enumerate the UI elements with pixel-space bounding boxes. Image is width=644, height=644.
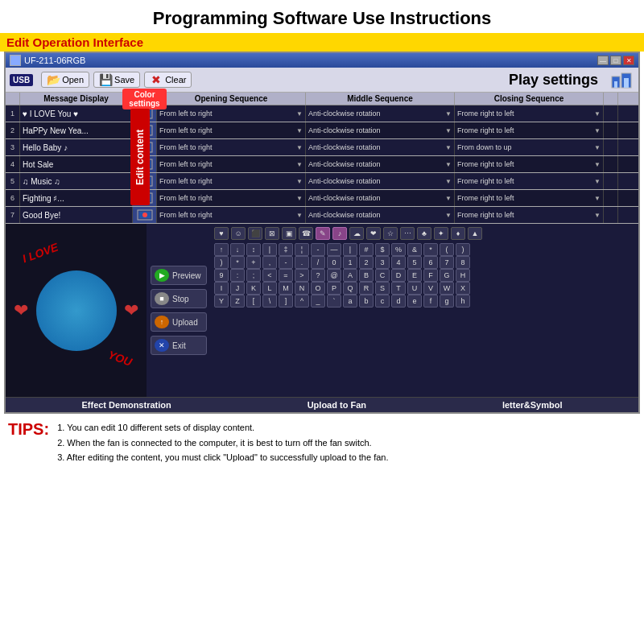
- keyboard-key[interactable]: _: [311, 295, 325, 308]
- open-button[interactable]: 📂 Open: [41, 72, 89, 88]
- row-middle[interactable]: Anti-clockwise rotation ▼: [306, 122, 455, 138]
- keyboard-key[interactable]: 7: [440, 256, 454, 269]
- close-button[interactable]: ✕: [623, 56, 634, 65]
- keyboard-key[interactable]: S: [375, 282, 390, 295]
- kb-symbol-btn[interactable]: ☺: [231, 227, 246, 240]
- keyboard-key[interactable]: 1: [343, 256, 357, 269]
- keyboard-key[interactable]: M: [279, 282, 293, 295]
- keyboard-key[interactable]: 5: [407, 256, 422, 269]
- maximize-button[interactable]: □: [610, 56, 621, 65]
- row-closing[interactable]: Frome right to left ▼: [455, 190, 604, 206]
- keyboard-key[interactable]: P: [327, 282, 341, 295]
- kb-symbol-btn[interactable]: ♥: [214, 227, 229, 240]
- keyboard-key[interactable]: ,: [262, 256, 277, 269]
- edit-content-badge[interactable]: Edit content: [130, 109, 150, 205]
- keyboard-key[interactable]: ↑: [214, 243, 229, 256]
- keyboard-key[interactable]: T: [391, 282, 406, 295]
- keyboard-key[interactable]: <: [262, 269, 277, 282]
- row-middle[interactable]: Anti-clockwise rotation ▼: [306, 190, 455, 206]
- keyboard-key[interactable]: #: [359, 243, 374, 256]
- kb-symbol-btn[interactable]: ♣: [417, 227, 431, 240]
- keyboard-key[interactable]: ): [456, 243, 470, 256]
- keyboard-key[interactable]: 6: [423, 256, 438, 269]
- row-closing[interactable]: Frome right to left ▼: [455, 173, 604, 189]
- keyboard-key[interactable]: `: [327, 295, 341, 308]
- keyboard-key[interactable]: \: [262, 295, 277, 308]
- keyboard-key[interactable]: %: [391, 243, 406, 256]
- keyboard-key[interactable]: ]: [279, 295, 293, 308]
- keyboard-key[interactable]: 0: [327, 256, 341, 269]
- keyboard-key[interactable]: d: [391, 295, 406, 308]
- kb-symbol-btn[interactable]: ☆: [383, 227, 398, 240]
- keyboard-key[interactable]: :: [230, 269, 245, 282]
- keyboard-key[interactable]: H: [456, 269, 470, 282]
- row-message[interactable]: Good Bye!: [20, 207, 133, 223]
- row-opening[interactable]: From left to right ▼: [157, 207, 306, 223]
- keyboard-key[interactable]: [: [246, 295, 261, 308]
- row-closing[interactable]: Frome right to left ▼: [455, 207, 604, 223]
- minimize-button[interactable]: —: [597, 56, 609, 65]
- keyboard-key[interactable]: Q: [343, 282, 357, 295]
- preview-button[interactable]: ▶ Preview: [151, 266, 207, 285]
- keyboard-key[interactable]: F: [423, 269, 438, 282]
- save-button[interactable]: 💾 Save: [93, 72, 140, 88]
- keyboard-key[interactable]: -: [279, 256, 293, 269]
- keyboard-key[interactable]: ?: [311, 269, 325, 282]
- keyboard-key[interactable]: $: [375, 243, 390, 256]
- row-closing[interactable]: Frome right to left ▼: [455, 156, 604, 172]
- kb-symbol-btn[interactable]: ✦: [434, 227, 448, 240]
- row-message[interactable]: Fighting ♯...: [20, 190, 133, 206]
- exit-button[interactable]: ✕ Exit: [151, 336, 207, 355]
- keyboard-key[interactable]: J: [230, 282, 245, 295]
- row-message[interactable]: ♫ Music ♫: [20, 173, 133, 189]
- keyboard-key[interactable]: @: [327, 269, 341, 282]
- keyboard-key[interactable]: —: [327, 243, 341, 256]
- row-opening[interactable]: From left to right ▼: [157, 190, 306, 206]
- keyboard-key[interactable]: +: [246, 256, 261, 269]
- keyboard-key[interactable]: -: [311, 243, 325, 256]
- keyboard-key[interactable]: Y: [214, 295, 229, 308]
- keyboard-key[interactable]: (: [440, 243, 454, 256]
- keyboard-key[interactable]: /: [311, 256, 325, 269]
- row-opening[interactable]: From left to right ▼: [157, 173, 306, 189]
- keyboard-key[interactable]: 3: [375, 256, 390, 269]
- row-middle[interactable]: Anti-clockwise rotation ▼: [306, 105, 455, 122]
- keyboard-key[interactable]: ): [214, 256, 229, 269]
- kb-symbol-btn[interactable]: ✎: [316, 227, 330, 240]
- clear-button[interactable]: ✖ Clear: [144, 72, 192, 88]
- kb-symbol-btn[interactable]: ▲: [468, 227, 482, 240]
- keyboard-key[interactable]: e: [407, 295, 422, 308]
- row-middle[interactable]: Anti-clockwise rotation ▼: [306, 139, 455, 155]
- kb-symbol-btn[interactable]: ☁: [349, 227, 364, 240]
- keyboard-key[interactable]: *: [423, 243, 438, 256]
- kb-symbol-btn[interactable]: ❤: [366, 227, 381, 240]
- keyboard-key[interactable]: N: [295, 282, 309, 295]
- keyboard-key[interactable]: 9: [214, 269, 229, 282]
- keyboard-key[interactable]: h: [456, 295, 470, 308]
- keyboard-key[interactable]: W: [440, 282, 454, 295]
- keyboard-key[interactable]: C: [375, 269, 390, 282]
- keyboard-key[interactable]: ¦: [295, 243, 309, 256]
- stop-button[interactable]: ■ Stop: [151, 289, 207, 308]
- kb-symbol-btn[interactable]: ⬛: [248, 227, 262, 240]
- keyboard-key[interactable]: c: [375, 295, 390, 308]
- keyboard-key[interactable]: V: [423, 282, 438, 295]
- keyboard-key[interactable]: 2: [359, 256, 374, 269]
- keyboard-key[interactable]: ↕: [246, 243, 261, 256]
- keyboard-key[interactable]: 8: [456, 256, 470, 269]
- keyboard-key[interactable]: R: [359, 282, 374, 295]
- row-opening[interactable]: From left to right ▼: [157, 105, 306, 122]
- keyboard-key[interactable]: a: [343, 295, 357, 308]
- kb-symbol-btn[interactable]: ⋯: [400, 227, 415, 240]
- color-settings-badge[interactable]: Colorsettings: [122, 89, 167, 109]
- row-icon[interactable]: [133, 207, 157, 223]
- row-opening[interactable]: From left to right ▼: [157, 156, 306, 172]
- keyboard-key[interactable]: A: [343, 269, 357, 282]
- keyboard-key[interactable]: .: [295, 256, 309, 269]
- keyboard-key[interactable]: =: [279, 269, 293, 282]
- keyboard-key[interactable]: g: [440, 295, 454, 308]
- keyboard-key[interactable]: I: [214, 282, 229, 295]
- row-message[interactable]: Hello Baby ♪: [20, 139, 133, 155]
- keyboard-key[interactable]: ;: [246, 269, 261, 282]
- row-middle[interactable]: Anti-clockwise rotation ▼: [306, 207, 455, 223]
